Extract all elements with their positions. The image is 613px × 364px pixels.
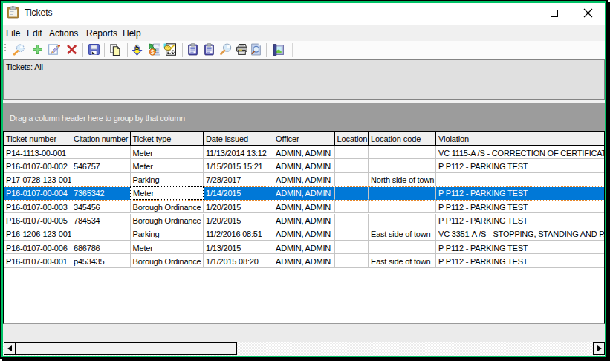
svg-text:$: $ <box>135 43 139 51</box>
svg-text:$: $ <box>151 48 155 55</box>
